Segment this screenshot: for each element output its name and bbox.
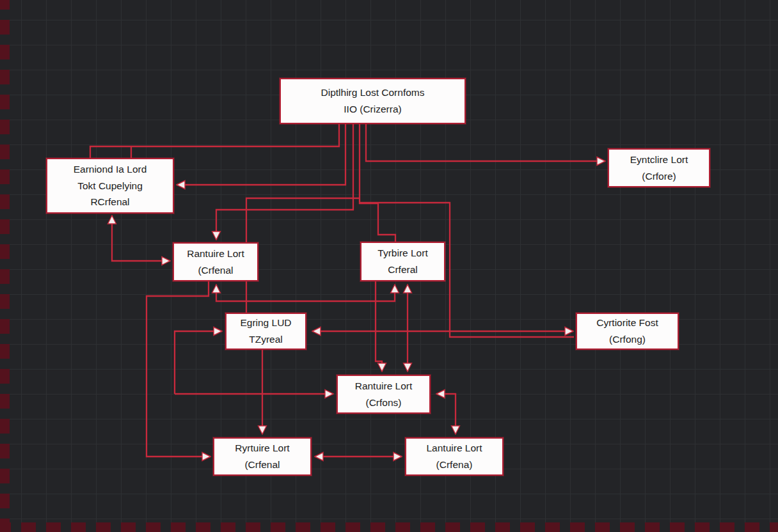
node-eyntclire-lort[interactable]: Eyntclire Lort(Crfore) (608, 148, 710, 187)
node-earniond-ia-lord[interactable]: Earniond Ia LordTokt CupelyingRCrfenal (46, 158, 174, 214)
node-label: Eyntclire Lort (630, 152, 688, 168)
node-label: IIO (Crizerra) (344, 101, 401, 118)
node-label: (Crfore) (642, 168, 676, 185)
node-label: (Crfons) (366, 395, 402, 411)
node-label: (Crfenal (198, 262, 233, 279)
node-label: Tokt Cupelying (77, 178, 143, 194)
node-label: Rantuire Lort (187, 246, 244, 262)
node-label: TZyreal (249, 331, 283, 348)
node-label: Rantuire Lort (355, 378, 413, 395)
node-label: (Crfenal (244, 457, 280, 473)
node-label: Lantuire Lort (426, 440, 482, 457)
node-lantuire-lort[interactable]: Lantuire Lort(Crfena) (405, 437, 504, 476)
node-label: Diptlhirg Lost Cornfoms (321, 84, 425, 101)
node-rantuire-lort-crfenal[interactable]: Rantuire Lort(Crfenal (173, 242, 258, 281)
diagram-canvas: Diptlhirg Lost CornfomsIIO (Crizerra)Ear… (0, 0, 778, 532)
node-cyrtiorite-fost[interactable]: Cyrtiorite Fost(Crfong) (576, 313, 679, 350)
node-label: Earniond Ia Lord (74, 161, 147, 178)
node-label: RCrfenal (90, 194, 129, 210)
node-diptlhing-lost-cornfoms[interactable]: Diptlhirg Lost CornfomsIIO (Crizerra) (280, 78, 466, 124)
node-ryrtuire-lort[interactable]: Ryrtuire Lort(Crfenal (213, 437, 312, 476)
node-label: (Crfong) (609, 331, 646, 348)
node-label: Cyrtiorite Fost (596, 315, 658, 331)
node-egring-lud[interactable]: Egring LUDTZyreal (225, 313, 306, 350)
node-rantuire-lort-crfons[interactable]: Rantuire Lort(Crfons) (337, 375, 431, 414)
node-label: Tyrbire Lort (377, 245, 427, 262)
node-label: Egring LUD (240, 315, 291, 331)
node-tyrbire-lort[interactable]: Tyrbire LortCrferal (360, 242, 445, 281)
node-label: Crferal (388, 262, 418, 278)
nodes-layer: Diptlhirg Lost CornfomsIIO (Crizerra)Ear… (0, 0, 778, 532)
node-label: Ryrtuire Lort (235, 440, 289, 457)
node-label: (Crfena) (436, 457, 473, 473)
